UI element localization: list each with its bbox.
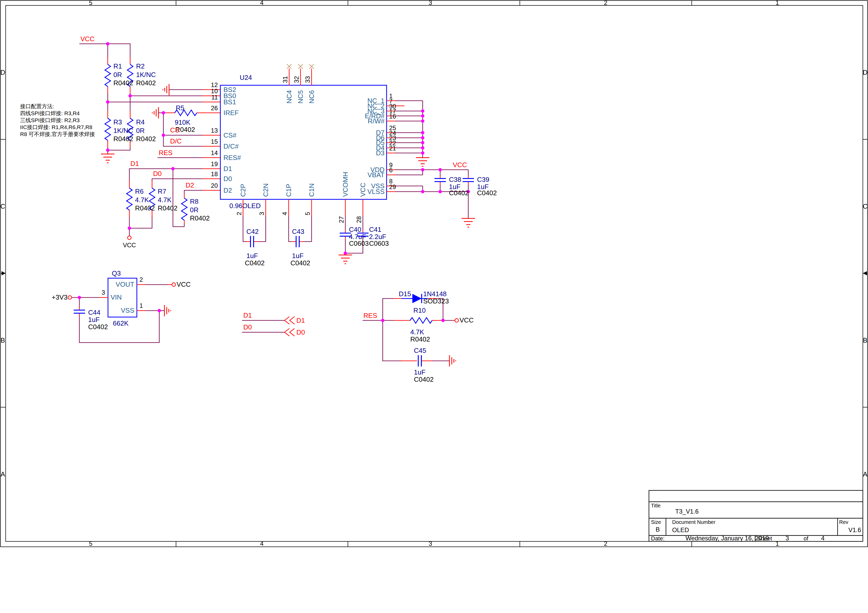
tb-rev: V1.6 (848, 526, 861, 533)
u24-pin-nc5: NC5 (297, 90, 304, 104)
q3-pin1-num: 1 (140, 302, 143, 309)
resistor-r6 (127, 188, 132, 210)
c43-ref: C43 (292, 228, 304, 235)
net-label-vcc-top: VCC (81, 35, 95, 43)
r8-footprint: R0402 (190, 214, 210, 222)
r10-ref: R10 (413, 306, 426, 314)
interface-config-notes: 接口配置方法: 四线SPI接口焊接: R3,R4 三线SPI接口焊接: R2,R… (20, 103, 95, 137)
r7-footprint: R0402 (158, 204, 178, 212)
offpage-chevron-d0b (290, 329, 294, 336)
r10-footprint: R0402 (410, 335, 430, 343)
u24-pin-d1: D1 (223, 165, 232, 173)
u24-pin-vbat: VBAT (367, 171, 384, 179)
vcc-port-label-pullups: VCC (123, 241, 136, 249)
q3-pin-vout: VOUT (116, 280, 134, 288)
u24-pin6-num: 6 (389, 167, 392, 173)
u24-pin27-num: 27 (338, 216, 345, 223)
u24-pin28-num: 28 (355, 216, 362, 223)
q3-regulator: Q3 662K VCC +3V3 2 3 1 VOUT VIN VSS C44 … (52, 269, 191, 342)
u24-pin10-num: 10 (211, 88, 218, 94)
r7-value: 4.7K (158, 196, 172, 204)
tb-doc-label: Document Number (672, 519, 715, 525)
capacitor-c45 (418, 355, 422, 367)
u24-ref: U24 (240, 74, 252, 81)
r8-value: 0R (190, 206, 198, 214)
r10-value: 4.7K (410, 328, 424, 336)
tb-doc: OLED (672, 526, 689, 533)
u24-pin-c1n: C1N (308, 183, 315, 197)
r5-ref: R5 (176, 104, 184, 112)
u24-pin31-num: 31 (282, 76, 289, 83)
data-line-pullups: D1 D0 D2 VCC R6 4.7K R0402 R7 4.7K R0402… (123, 160, 220, 249)
c42-ref: C42 (246, 228, 259, 235)
u24-pin-c1p: C1P (285, 184, 293, 197)
tb-sheet-label: Sheet (757, 535, 772, 542)
schematic-sheet: 5 4 3 2 1 5 4 3 2 1 D C B A D C B A 接口配置… (0, 0, 868, 613)
gnd-bs2 (163, 84, 169, 95)
c41-footprint: C0603 (369, 240, 389, 247)
r1-value: 0R (113, 71, 122, 79)
note-line-3: 三线SPI接口焊接: R2,R3 (20, 117, 80, 123)
net-label-res-2: RES (363, 312, 377, 319)
u24-pin-d3: D3 (376, 149, 384, 157)
capacitor-c38 (434, 178, 446, 181)
gnd-c39 (462, 218, 475, 227)
u24-pin-cs: CS# (223, 132, 237, 139)
tb-title: T3_V1.6 (675, 508, 699, 515)
3v3-port-circle (68, 296, 72, 299)
u24-pin-nc6: NC6 (308, 90, 315, 104)
r5-value: 910K (175, 118, 191, 126)
zone-right-b: B (863, 336, 867, 344)
c42-footprint: C0402 (245, 259, 265, 267)
offpage-d1-label: D1 (296, 317, 305, 324)
gnd-iref (152, 107, 158, 118)
r2-footprint: R0402 (136, 79, 156, 87)
zone-left-b: B (0, 336, 5, 344)
r6-ref: R6 (135, 187, 144, 195)
tb-date-label: Date: (651, 535, 665, 542)
vcc-port-circle-pullups (127, 236, 131, 240)
gnd-vcomh (339, 255, 352, 264)
r3-value: 1K/NC (113, 127, 133, 135)
c40-footprint: C0603 (349, 240, 369, 247)
u24-pin13-num: 13 (211, 127, 218, 134)
note-line-2: 四线SPI接口焊接: R3,R4 (20, 110, 80, 116)
3v3-port-label: +3V3 (52, 293, 68, 301)
offpage-chevron-d0 (285, 329, 289, 336)
u24-value: 0.96OLED (229, 202, 260, 210)
u24-pin26-num: 26 (211, 105, 218, 111)
tb-date: Wednesday, January 16, 2019 (685, 535, 769, 542)
vcc-port-label-res: VCC (459, 316, 474, 324)
r6-footprint: R0402 (135, 204, 155, 212)
c45-ref: C45 (414, 347, 426, 354)
d15-footprint: SOD323 (423, 297, 449, 305)
nc-cross-31 (287, 64, 291, 69)
c45-value: 1uF (414, 368, 426, 376)
net-label-dc: D/C (170, 137, 182, 145)
zone-right-d: D (863, 68, 868, 76)
u24-pin-nc4: NC4 (285, 90, 293, 104)
u24-pin12-num: 12 (211, 81, 218, 88)
zone-top-4: 4 (260, 0, 264, 6)
c44-ref: C44 (88, 308, 101, 316)
offpage-connectors: D1 D1 D0 D0 (242, 311, 305, 336)
zone-top-3: 3 (429, 0, 432, 6)
q3-ref: Q3 (112, 269, 121, 277)
tb-of-label: of (804, 535, 809, 542)
zone-right-a: A (863, 470, 868, 478)
capacitor-c39 (463, 178, 474, 181)
zone-left-d: D (0, 68, 5, 76)
c41-ref: C41 (369, 226, 381, 233)
u24-pin21-num: 21 (389, 145, 396, 152)
zone-top-2: 2 (604, 0, 607, 6)
reset-network: RES VCC D15 1N4148 SOD323 R10 4.7K R0402… (363, 290, 474, 383)
capacitor-c43 (296, 236, 299, 247)
vcc-port-label-q3: VCC (177, 280, 191, 288)
c43-footprint: C0402 (290, 259, 310, 267)
vcc-decoupling: VCC C38 1uF C0402 C39 1uF C0402 (395, 161, 497, 227)
u24-pin-iref: IREF (223, 109, 239, 117)
frame-center-arrow-right (863, 271, 867, 276)
vcc-port-circle-q3 (172, 283, 175, 286)
resistor-r10 (410, 317, 432, 323)
net-label-d0: D0 (153, 170, 161, 178)
